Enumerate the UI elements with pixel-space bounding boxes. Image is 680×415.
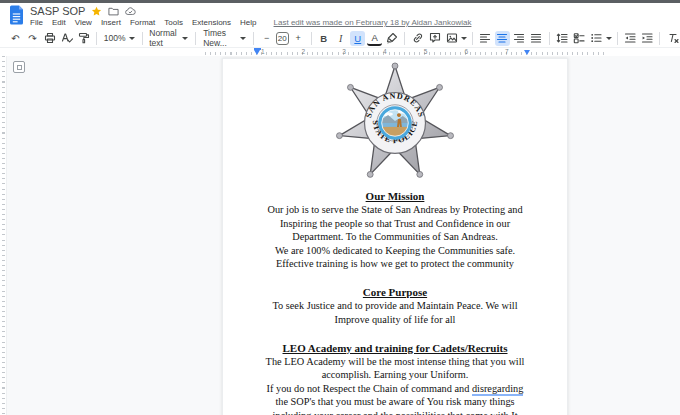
move-folder-icon[interactable] [108,6,119,17]
italic-button[interactable]: I [333,31,348,46]
ruler-number: 4 [383,48,387,55]
ruler-ticks [205,52,605,55]
right-indent-marker[interactable] [524,50,530,55]
line-spacing-button[interactable] [555,31,570,46]
menu-item-tools[interactable]: Tools [164,18,183,27]
menu-item-insert[interactable]: Insert [101,18,121,27]
sasp-badge-image[interactable]: SAN ANDREAS STATE POLICE [315,62,475,180]
document-text-line[interactable]: The LEO Academy will be the most intense… [223,355,567,369]
insert-image-button[interactable] [444,31,459,46]
document-text-line[interactable]: Effective training is how we get to prot… [223,257,567,271]
document-title[interactable]: SASP SOP [30,5,85,17]
text-segment: If you do not Respect the Chain of comma… [267,383,472,394]
left-indent-marker[interactable] [254,50,260,55]
google-docs-logo[interactable] [9,5,24,25]
undo-icon: ↶ [11,33,19,44]
menu-item-extensions[interactable]: Extensions [192,18,231,27]
font-size-input[interactable]: 20 [276,32,288,45]
document-page[interactable]: SAN ANDREAS STATE POLICE Our MissionOur … [222,58,568,415]
section-heading[interactable]: Core Purpose [223,285,567,299]
paint-format-button[interactable] [76,31,91,46]
insert-link-button[interactable] [410,31,425,46]
style-value: Normal text [149,28,179,48]
menu-item-view[interactable]: View [75,18,92,27]
grammar-suggestion-word[interactable]: disregarding [472,383,523,396]
document-text-line[interactable]: Inspiring the people so that Trust and C… [223,217,567,231]
menu-item-help[interactable]: Help [240,18,256,27]
last-edit-link[interactable]: Last edit was made on February 18 by Aid… [274,18,472,27]
paint-roller-icon [78,32,90,44]
docs-header: SASP SOP FileEditViewInsertFormatToolsEx… [0,3,680,29]
redo-icon: ↷ [28,33,36,44]
align-center-button[interactable] [495,31,510,46]
align-right-button[interactable] [512,31,527,46]
clear-formatting-icon [667,32,679,44]
show-document-outline-button[interactable] [13,61,25,73]
increase-font-size-button[interactable]: + [291,31,306,46]
section-heading[interactable]: Our Mission [223,189,567,203]
justify-icon [530,32,542,44]
clear-formatting-button[interactable] [665,31,680,46]
toolbar-separator [659,32,660,45]
menu-item-file[interactable]: File [30,18,43,27]
document-text-line[interactable]: To seek Justice and to provide and Maint… [223,299,567,313]
underline-button[interactable]: U [350,31,365,46]
ruler-number: 3 [342,48,346,55]
styles-select[interactable]: Normal text [147,28,190,48]
toolbar-separator [617,32,618,45]
document-text-line[interactable]: including your career and the possibilit… [223,409,567,415]
vertical-ruler[interactable] [0,56,7,415]
link-icon [412,32,424,44]
font-select[interactable]: Times New... [201,28,248,48]
ruler-number: 1 [261,48,265,55]
justify-button[interactable] [529,31,544,46]
redo-button[interactable]: ↷ [25,31,40,46]
section-heading[interactable]: LEO Academy and training for Cadets/Recr… [223,341,567,355]
horizontal-ruler[interactable]: 1234567 [0,48,680,56]
document-text-line[interactable]: Department. To the Communities of San An… [223,230,567,244]
spellcheck-icon [61,32,73,44]
decrease-indent-button[interactable] [622,31,637,46]
print-button[interactable] [42,31,57,46]
decrease-indent-icon [624,32,636,44]
text-color-button[interactable]: A [367,31,382,46]
document-text-line[interactable]: the SOP's that you must be aware of You … [223,395,567,409]
increase-indent-button[interactable] [639,31,654,46]
undo-button[interactable]: ↶ [8,31,23,46]
bold-button[interactable]: B [316,31,331,46]
font-value: Times New... [203,28,237,48]
checklist-button[interactable] [572,31,587,46]
document-text-line[interactable]: Improve quality of life for all [223,313,567,327]
menu-item-format[interactable]: Format [130,18,155,27]
document-section: Our MissionOur job is to serve the State… [223,189,567,271]
document-text-line[interactable]: If you do not Respect the Chain of comma… [223,382,567,396]
outline-icon [17,65,22,70]
highlighter-icon [386,32,398,44]
favorite-star-icon[interactable] [91,6,102,17]
bulleted-list-button[interactable] [589,31,604,46]
document-status-cloud-icon[interactable] [125,6,136,17]
chevron-down-icon [182,37,188,40]
menu-bar: FileEditViewInsertFormatToolsExtensionsH… [30,18,471,27]
toolbar-separator [142,32,143,45]
chevron-down-icon[interactable] [461,37,467,40]
align-right-icon [513,32,525,44]
chevron-down-icon [240,37,246,40]
document-text-line[interactable]: accomplish. Earning your Uniform. [223,368,567,382]
spelling-check-button[interactable] [59,31,74,46]
chevron-down-icon[interactable] [606,37,612,40]
add-comment-button[interactable] [427,31,442,46]
highlight-color-button[interactable] [384,31,399,46]
decrease-font-size-button[interactable]: − [259,31,274,46]
document-text-line[interactable]: Our job is to serve the State of San And… [223,203,567,217]
align-left-button[interactable] [478,31,493,46]
ruler-number: 2 [302,48,306,55]
zoom-select[interactable]: 100% [102,33,137,43]
toolbar: ↶ ↷ 100% Normal text Times New... − 20 +… [0,29,680,48]
plus-icon: + [295,33,300,43]
document-canvas: SAN ANDREAS STATE POLICE Our MissionOur … [0,56,680,415]
menu-item-edit[interactable]: Edit [52,18,66,27]
align-left-icon [479,32,491,44]
document-text-line[interactable]: We are 100% dedicated to Keeping the Com… [223,244,567,258]
increase-indent-icon [641,32,653,44]
